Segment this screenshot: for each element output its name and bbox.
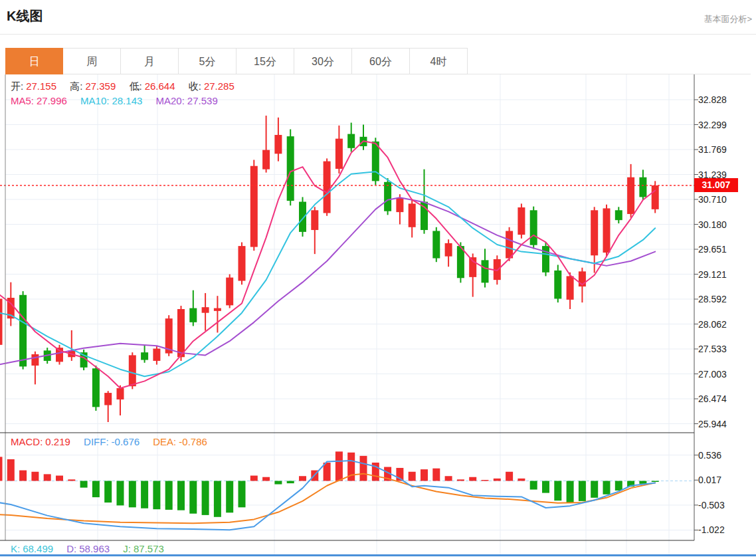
price-axis-label: 29.651 bbox=[698, 244, 727, 255]
high-value: 27.359 bbox=[85, 80, 116, 92]
close-label: 收: bbox=[189, 80, 201, 92]
d-label: D: bbox=[66, 543, 76, 554]
ma5-label: MA5: bbox=[11, 95, 34, 106]
tab-period-3[interactable]: 5分 bbox=[179, 48, 236, 74]
tab-period-1[interactable]: 周 bbox=[63, 48, 121, 74]
open-value: 27.155 bbox=[26, 80, 56, 92]
open-label: 开: bbox=[11, 80, 23, 92]
macd-label: MACD: bbox=[11, 436, 43, 447]
price-axis-label: 29.121 bbox=[698, 269, 727, 280]
price-axis-label: 30.710 bbox=[698, 194, 727, 205]
k-label: K: bbox=[11, 543, 20, 554]
price-axis-label: 28.062 bbox=[698, 319, 727, 330]
dea-value: -0.786 bbox=[179, 436, 207, 447]
price-axis-label: 25.944 bbox=[698, 419, 727, 429]
close-value: 27.285 bbox=[204, 80, 235, 92]
price-axis-label: 26.474 bbox=[698, 393, 727, 404]
macd-axis-label: 0.017 bbox=[698, 475, 721, 485]
tab-period-2[interactable]: 月 bbox=[121, 48, 179, 74]
macd-axis-label: -1.022 bbox=[698, 524, 725, 535]
d-value: 58.963 bbox=[79, 543, 110, 554]
tab-period-7[interactable]: 4时 bbox=[410, 48, 468, 74]
kdj-legend: K:68.499 D:58.963 J:87.573 bbox=[11, 543, 167, 554]
period-tab-bar: 日周月5分15分30分60分4时 bbox=[5, 48, 468, 74]
low-label: 低: bbox=[129, 80, 142, 92]
high-label: 高: bbox=[70, 80, 82, 92]
tab-period-6[interactable]: 60分 bbox=[352, 48, 410, 74]
k-value: 68.499 bbox=[23, 543, 53, 554]
macd-value: 0.219 bbox=[45, 436, 70, 447]
tab-period-4[interactable]: 15分 bbox=[236, 48, 294, 74]
dea-label: DEA: bbox=[153, 436, 176, 447]
macd-axis-label: 0.536 bbox=[698, 450, 721, 461]
price-axis-label: 32.828 bbox=[698, 94, 727, 105]
price-axis-label: 30.180 bbox=[698, 219, 727, 230]
ma20-label: MA20: bbox=[156, 95, 185, 106]
tab-period-0[interactable]: 日 bbox=[5, 48, 63, 74]
current-price-tag: 31.007 bbox=[694, 178, 738, 192]
j-label: J: bbox=[123, 543, 131, 554]
j-value: 87.573 bbox=[134, 543, 164, 554]
ma10-value: 28.143 bbox=[112, 95, 142, 106]
price-axis-label: 31.769 bbox=[698, 144, 727, 155]
diff-label: DIFF: bbox=[84, 436, 109, 447]
ma5-value: 27.996 bbox=[37, 95, 67, 106]
ohlc-legend: 开:27.155 高:27.359 低:26.644 收:27.285 bbox=[11, 80, 237, 93]
low-value: 26.644 bbox=[145, 80, 175, 92]
diff-value: -0.676 bbox=[112, 436, 140, 447]
ma10-label: MA10: bbox=[80, 95, 109, 106]
tab-period-5[interactable]: 30分 bbox=[294, 48, 352, 74]
price-axis-label: 28.592 bbox=[698, 294, 727, 304]
macd-axis-label: -0.503 bbox=[698, 500, 725, 510]
macd-legend: MACD:0.219 DIFF:-0.676 DEA:-0.786 bbox=[11, 436, 210, 447]
ma-legend: MA5:27.996 MA10:28.143 MA20:27.539 bbox=[11, 95, 221, 106]
price-axis-label: 27.533 bbox=[698, 344, 727, 354]
price-axis-label: 27.003 bbox=[698, 369, 727, 380]
ma20-value: 27.539 bbox=[187, 95, 218, 106]
price-axis-label: 32.299 bbox=[698, 120, 727, 130]
